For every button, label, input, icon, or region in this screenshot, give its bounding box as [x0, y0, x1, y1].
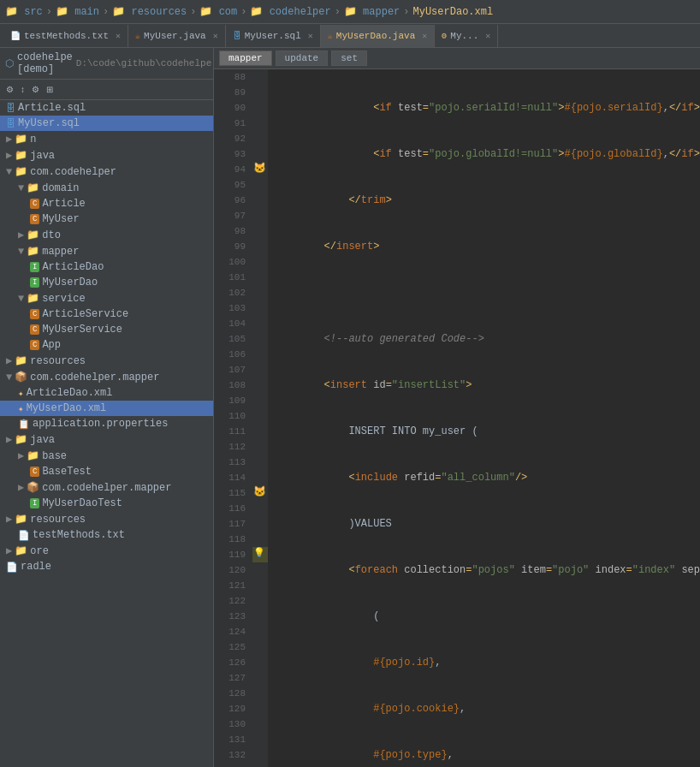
sidebar-item-myuserdaotest[interactable]: I MyUserDaoTest — [0, 496, 213, 511]
sidebar-item-java[interactable]: ▶ 📁 java — [0, 147, 213, 164]
xml-tab-mapper[interactable]: mapper — [219, 51, 272, 66]
arrow-right-resources2: ▶ — [6, 513, 12, 526]
sidebar-label-comcodemapper: com.codehelper.mapper — [30, 372, 159, 384]
folder-icon-base: 📁 — [27, 449, 39, 462]
sidebar-label-n: n — [30, 134, 36, 146]
sidebar-label-radle: radle — [21, 561, 51, 573]
xml-tab-update[interactable]: update — [276, 51, 329, 66]
sidebar-item-java2[interactable]: ▶ 📁 java — [0, 431, 213, 448]
sidebar-label-app: App — [42, 339, 61, 351]
sidebar-expand-button[interactable]: ⊞ — [44, 83, 56, 96]
sidebar-item-app[interactable]: C App — [0, 337, 213, 353]
tab-close-testmethods[interactable]: ✕ — [116, 31, 121, 41]
sql-file-icon: 🗄 — [6, 103, 15, 114]
sidebar-gear-button[interactable]: ⚙ — [3, 83, 16, 96]
sidebar-settings-button[interactable]: ⚙ — [29, 83, 42, 96]
tab-myuserdaoxml[interactable]: ⚙ My... ✕ — [435, 25, 498, 47]
code-editor[interactable]: <if test="pojo.serialId!=null">#{pojo.se… — [268, 69, 700, 767]
sidebar-item-comcodehelper[interactable]: ▼ 📁 com.codehelper — [0, 164, 213, 180]
sidebar-item-testmethods[interactable]: 📄 testMethods.txt — [0, 527, 213, 543]
txt-icon: 📄 — [10, 31, 21, 41]
sidebar-item-myuserdao[interactable]: I MyUserDao — [0, 275, 213, 290]
sidebar-item-basetest[interactable]: C BaseTest — [0, 464, 213, 479]
sidebar-item-appproperties[interactable]: 📋 application.properties — [0, 416, 213, 431]
sidebar-item-comcodemapper2[interactable]: ▶ 📦 com.codehelper.mapper — [0, 479, 213, 496]
sidebar-item-articledao[interactable]: I ArticleDao — [0, 259, 213, 275]
tab-close-myuserdaojava[interactable]: ✕ — [422, 31, 427, 41]
sidebar-label-comcodemapper2: com.codehelper.mapper — [42, 482, 171, 494]
interface-icon-myuserdao: I — [30, 277, 39, 288]
code-line-94: <insert id="insertList"> — [275, 378, 700, 393]
arrow-right-dto: ▶ — [18, 229, 24, 241]
tab-myusersql[interactable]: 🗄 MyUser.sql ✕ — [226, 25, 321, 47]
sidebar-label-base: base — [42, 450, 67, 462]
sidebar-label-appproperties: application.properties — [33, 418, 168, 430]
sidebar-item-comcodemapper[interactable]: ▼ 📦 com.codehelper.mapper — [0, 369, 213, 385]
sidebar-item-article[interactable]: C Article — [0, 196, 213, 211]
sidebar-label-mapper: mapper — [42, 246, 79, 258]
tab-testmethods[interactable]: 📄 testMethods.txt ✕ — [3, 25, 128, 47]
folder-icon-java2: 📁 — [15, 433, 27, 446]
code-line-90: </trim> — [275, 193, 700, 208]
sidebar-label-resources: resources — [30, 355, 86, 367]
project-path: D:\code\github\codehelpe — [76, 58, 211, 68]
arrow-right-comcodemapper2: ▶ — [18, 481, 24, 494]
sidebar-label-java: java — [30, 150, 55, 162]
folder-icon-dto: 📁 — [27, 229, 39, 241]
project-icon: ⬡ — [5, 57, 14, 70]
sidebar-label-articledao: ArticleDao — [42, 261, 104, 273]
sidebar-item-resources2[interactable]: ▶ 📁 resources — [0, 511, 213, 527]
sidebar-item-service[interactable]: ▼ 📁 service — [0, 290, 213, 306]
sidebar-item-articleservice[interactable]: C ArticleService — [0, 306, 213, 322]
sidebar-item-base[interactable]: ▶ 📁 base — [0, 448, 213, 464]
sidebar-label-myuserservice: MyUserService — [42, 324, 122, 336]
editor[interactable]: 88 89 90 91 92 93 94 95 96 97 98 99 100 … — [214, 69, 700, 767]
sidebar-item-radle[interactable]: 📄 radle — [0, 559, 213, 574]
sidebar-label-myuserdao: MyUserDao — [42, 276, 98, 288]
arrow-down-service: ▼ — [18, 293, 24, 305]
bc-codehelper: 📁 codehelper — [250, 5, 330, 18]
sql-file-icon-2: 🗄 — [6, 118, 15, 129]
sidebar-item-myuser[interactable]: C MyUser — [0, 211, 213, 227]
sidebar-item-myusersql[interactable]: 🗄 MyUser.sql — [0, 116, 213, 131]
gutter-icon-115: 🐱 — [253, 485, 266, 498]
folder-icon-n: 📁 — [15, 133, 27, 146]
tab-close-myuserdaoxml[interactable]: ✕ — [485, 31, 490, 41]
sidebar-item-domain[interactable]: ▼ 📁 domain — [0, 180, 213, 196]
sidebar-toolbar: ⚙ ↕ ⚙ ⊞ — [0, 80, 213, 100]
gutter-icon-119: 💡 — [253, 547, 265, 558]
sidebar-item-n[interactable]: ▶ 📁 n — [0, 131, 213, 147]
sidebar-item-articlesql[interactable]: 🗄 Article.sql — [0, 100, 213, 116]
tab-myuserjava[interactable]: ☕ MyUser.java ✕ — [128, 25, 226, 47]
code-line-95: INSERT INTO my_user ( — [275, 424, 700, 439]
sidebar-item-ore[interactable]: ▶ 📁 ore — [0, 543, 213, 559]
sidebar: ⬡ codehelpe [demo] D:\code\github\codehe… — [0, 48, 214, 767]
folder-icon-comcodemapper2: 📦 — [27, 481, 39, 494]
sidebar-item-articledaoxml[interactable]: ✦ ArticleDao.xml — [0, 385, 213, 401]
xml-tab-bar: mapper update set — [214, 48, 700, 69]
sidebar-item-myuserdaoxml[interactable]: ✦ MyUserDao.xml — [0, 401, 213, 416]
sidebar-label-articleservice: ArticleService — [42, 308, 128, 320]
sidebar-item-dto[interactable]: ▶ 📁 dto — [0, 227, 213, 243]
code-line-92 — [275, 285, 700, 300]
code-line-101: #{pojo.cookie}, — [275, 701, 700, 716]
interface-icon-myuserdaotest: I — [30, 498, 39, 508]
sidebar-item-mapper[interactable]: ▼ 📁 mapper — [0, 243, 213, 259]
sql-icon: 🗄 — [233, 31, 241, 41]
sidebar-item-myuserservice[interactable]: C MyUserService — [0, 322, 213, 337]
props-icon: 📋 — [18, 419, 30, 430]
folder-icon-domain: 📁 — [27, 181, 39, 194]
main-layout: ⬡ codehelpe [demo] D:\code\github\codehe… — [0, 48, 700, 767]
sidebar-item-resources[interactable]: ▶ 📁 resources — [0, 353, 213, 369]
sidebar-nav-button[interactable]: ↕ — [18, 83, 27, 96]
tab-myuserdaojava[interactable]: ☕ MyUserDao.java ✕ — [321, 25, 435, 47]
editor-tab-bar: 📄 testMethods.txt ✕ ☕ MyUser.java ✕ 🗄 My… — [0, 24, 700, 48]
tab-close-myuserjava[interactable]: ✕ — [213, 31, 218, 41]
tab-close-myusersql[interactable]: ✕ — [308, 31, 313, 41]
xml-tab-set[interactable]: set — [331, 51, 367, 66]
folder-icon-java: 📁 — [15, 149, 27, 162]
bc-mapper: 📁 mapper — [344, 5, 400, 18]
bc-main: 📁 main — [56, 5, 99, 18]
code-line-89: <if test="pojo.globalId!=null">#{pojo.gl… — [275, 146, 700, 162]
arrow-down-comcodemapper: ▼ — [6, 372, 12, 384]
